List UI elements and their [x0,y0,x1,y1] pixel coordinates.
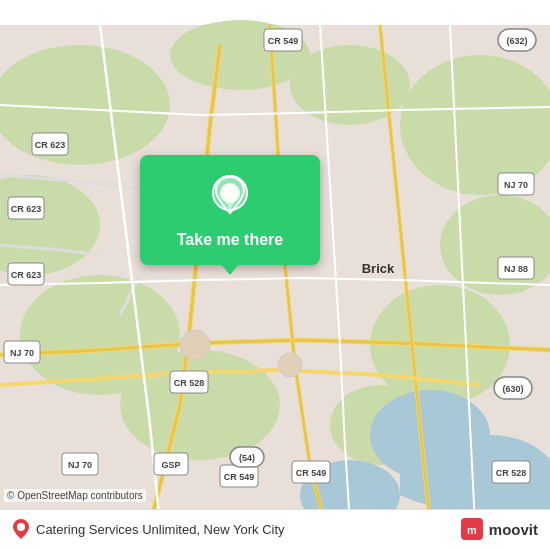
bottom-bar: Catering Services Unlimited, New York Ci… [0,509,550,550]
svg-text:CR 623: CR 623 [35,140,66,150]
svg-text:(54): (54) [239,453,255,463]
pin-icon [212,175,248,223]
map-background: CR 623 CR 623 CR 623 CR 549 (632) NJ 70 … [0,0,550,550]
svg-text:CR 549: CR 549 [268,36,299,46]
take-me-there-button[interactable]: Take me there [140,155,320,265]
take-me-there-container: Take me there [140,155,320,265]
moovit-logo: m moovit [461,518,538,540]
svg-point-16 [278,353,302,377]
osm-attribution: © OpenStreetMap contributors [4,489,146,502]
svg-text:CR 528: CR 528 [496,468,527,478]
bottom-bar-left: Catering Services Unlimited, New York Ci… [12,518,285,540]
svg-text:NJ 70: NJ 70 [10,348,34,358]
svg-text:NJ 88: NJ 88 [504,264,528,274]
svg-text:m: m [467,524,477,536]
take-me-there-label: Take me there [177,231,283,249]
location-info: Catering Services Unlimited, New York Ci… [36,522,285,537]
moovit-text: moovit [489,521,538,538]
svg-point-53 [17,523,25,531]
svg-text:(630): (630) [502,384,523,394]
svg-point-15 [180,330,210,360]
svg-text:NJ 70: NJ 70 [68,460,92,470]
svg-text:CR 623: CR 623 [11,204,42,214]
svg-text:CR 528: CR 528 [174,378,205,388]
svg-text:(632): (632) [506,36,527,46]
svg-text:CR 549: CR 549 [224,472,255,482]
svg-point-52 [224,185,236,197]
moovit-pin-icon [12,518,30,540]
map-container: CR 623 CR 623 CR 623 CR 549 (632) NJ 70 … [0,0,550,550]
svg-text:CR 623: CR 623 [11,270,42,280]
svg-text:GSP: GSP [161,460,180,470]
svg-text:NJ 70: NJ 70 [504,180,528,190]
svg-text:Brick: Brick [362,261,395,276]
svg-text:CR 549: CR 549 [296,468,327,478]
svg-point-9 [120,350,280,460]
